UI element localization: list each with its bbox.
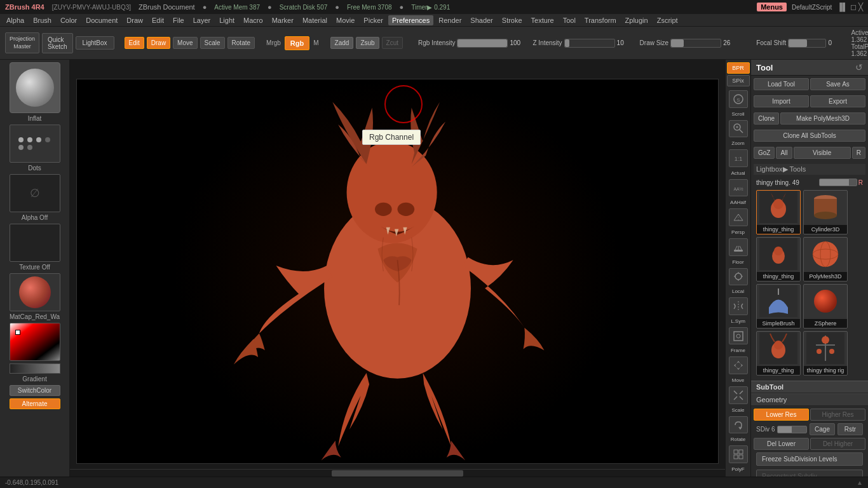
tool-thumb-thingy-thing-1[interactable]: thingy_thing (756, 190, 801, 234)
menu-light[interactable]: Light (215, 15, 238, 25)
z-intensity-slider[interactable] (564, 39, 615, 48)
menu-layer[interactable]: Layer (189, 15, 215, 25)
zadd-button[interactable]: Zadd (330, 37, 354, 49)
tool-thumb-cylinder3d[interactable]: Cylinder3D (803, 190, 848, 234)
save-as-button[interactable]: Save As (810, 78, 865, 90)
frame-button[interactable] (729, 327, 748, 345)
menu-stroke[interactable]: Stroke (498, 15, 526, 25)
load-tool-button[interactable]: Load Tool (754, 78, 809, 90)
higher-res-button[interactable]: Higher Res (810, 409, 865, 421)
tool-thumb-zsphere[interactable]: ZSphere (803, 284, 848, 329)
menu-picker[interactable]: Picker (360, 15, 387, 25)
bpr-button[interactable]: BPR (727, 62, 750, 74)
material-label: MatCap_Red_Wa (10, 313, 60, 320)
r-button[interactable]: R (852, 147, 865, 159)
focal-shift-slider[interactable] (788, 39, 826, 48)
menu-document[interactable]: Document (82, 15, 121, 25)
lightbox-tools-title[interactable]: Lightbox▶ Tools (754, 164, 865, 175)
quick-sketch-button[interactable]: Quick Sketch (42, 33, 73, 53)
make-polymesh3d-button[interactable]: Make PolyMesh3D (780, 112, 865, 125)
scale-button[interactable]: Scale (200, 37, 225, 49)
reconstruct-subdiv-button[interactable]: Reconstruct Subdiv (756, 470, 863, 477)
menu-brush[interactable]: Brush (29, 15, 55, 25)
persp-button[interactable] (729, 208, 748, 226)
zsub-button[interactable]: Zsub (356, 37, 379, 49)
material-preview[interactable] (10, 273, 60, 311)
switch-color-button[interactable]: SwitchColor (10, 385, 60, 396)
move-button[interactable]: Move (173, 37, 197, 49)
polyf-button[interactable] (729, 445, 748, 463)
actual-button[interactable]: 1:1 (729, 149, 748, 167)
menu-preferences[interactable]: Preferences (388, 15, 433, 25)
tool-thumb-thingy-thing-3[interactable]: thingy_thing (756, 331, 801, 376)
menu-marker[interactable]: Marker (268, 15, 297, 25)
tool-thumb-thingy-thing-2[interactable]: thingy_thing (756, 237, 801, 281)
draw-button[interactable]: Draw (147, 37, 170, 49)
rgb-button[interactable]: Rgb (285, 36, 309, 50)
rotate-button[interactable]: Rotate (227, 37, 255, 49)
menu-movie[interactable]: Movie (332, 15, 358, 25)
menu-zplugin[interactable]: Zplugin (621, 15, 652, 25)
del-higher-button[interactable]: Del Higher (810, 438, 865, 450)
menu-render[interactable]: Render (435, 15, 465, 25)
menu-transform[interactable]: Transform (581, 15, 620, 25)
menu-alpha[interactable]: Alpha (3, 15, 28, 25)
rotate-button[interactable] (729, 416, 748, 434)
all-button[interactable]: All (776, 147, 792, 159)
color-picker[interactable] (10, 323, 60, 361)
cage-button[interactable]: Cage (810, 423, 835, 435)
zoom-button[interactable] (729, 120, 748, 138)
draw-size-slider[interactable] (670, 39, 721, 48)
del-lower-button[interactable]: Del Lower (754, 438, 809, 450)
freeze-subdiv-button[interactable]: Freeze SubDivision Levels (756, 452, 863, 466)
menu-file[interactable]: File (169, 15, 188, 25)
stroke-preview[interactable] (10, 125, 60, 163)
alpha-preview[interactable]: ∅ (10, 174, 60, 212)
alternate-button[interactable]: Alternate (10, 398, 60, 409)
import-button[interactable]: Import (754, 95, 809, 107)
menu-texture[interactable]: Texture (527, 15, 558, 25)
subtool-header[interactable]: SubTool (751, 381, 868, 393)
gradient-bar[interactable] (10, 363, 60, 374)
tool-refresh-icon[interactable]: ↺ (855, 62, 863, 72)
menu-shader[interactable]: Shader (466, 15, 496, 25)
lsym-button[interactable] (729, 297, 748, 315)
goz-button[interactable]: GoZ (754, 147, 775, 159)
menu-zscript[interactable]: Zscript (653, 15, 682, 25)
projection-master-button[interactable]: Projection Master (5, 32, 39, 53)
brush-preview[interactable] (10, 62, 60, 113)
canvas-area[interactable]: Rgb Channel (70, 60, 725, 477)
visible-button[interactable]: Visible (794, 147, 851, 159)
spix-button[interactable]: SPix (727, 75, 750, 86)
rstr-button[interactable]: Rstr (837, 423, 863, 435)
scale-button[interactable] (729, 386, 748, 404)
aahalf-button[interactable]: AA½ (729, 179, 748, 197)
thingy-slider[interactable] (819, 179, 857, 186)
rgb-intensity-slider[interactable] (457, 39, 508, 48)
canvas-scrollbar-h[interactable] (70, 469, 725, 477)
geometry-header[interactable]: Geometry (751, 393, 868, 406)
clone-all-subtools-button[interactable]: Clone All SubTools (754, 130, 865, 142)
edit-button[interactable]: Edit (125, 37, 144, 49)
menu-color[interactable]: Color (57, 15, 81, 25)
local-button[interactable] (729, 268, 748, 286)
lower-res-button[interactable]: Lower Res (754, 409, 809, 421)
lightbox-button[interactable]: LightBox (76, 36, 114, 50)
tool-thumb-polymesh3d[interactable]: PolyMesh3D (803, 237, 848, 281)
menu-macro[interactable]: Macro (240, 15, 267, 25)
tool-thumb-simplebrush[interactable]: SimpleBrush (756, 284, 801, 329)
menu-material[interactable]: Material (299, 15, 331, 25)
texture-preview[interactable] (10, 224, 60, 262)
menus-button[interactable]: Menus (757, 3, 787, 11)
menu-tool[interactable]: Tool (559, 15, 580, 25)
clone-button[interactable]: Clone (754, 112, 779, 125)
scroll-button[interactable]: S (729, 90, 748, 108)
menu-draw[interactable]: Draw (123, 15, 147, 25)
menu-edit[interactable]: Edit (148, 15, 168, 25)
sdiv-slider[interactable] (777, 426, 807, 433)
floor-button[interactable] (729, 238, 748, 256)
scrollbar-thumb-h[interactable] (332, 470, 463, 477)
move-button[interactable] (729, 356, 748, 374)
tool-thumb-thingy-rig[interactable]: thingy thing rig (803, 331, 848, 376)
export-button[interactable]: Export (810, 95, 865, 107)
